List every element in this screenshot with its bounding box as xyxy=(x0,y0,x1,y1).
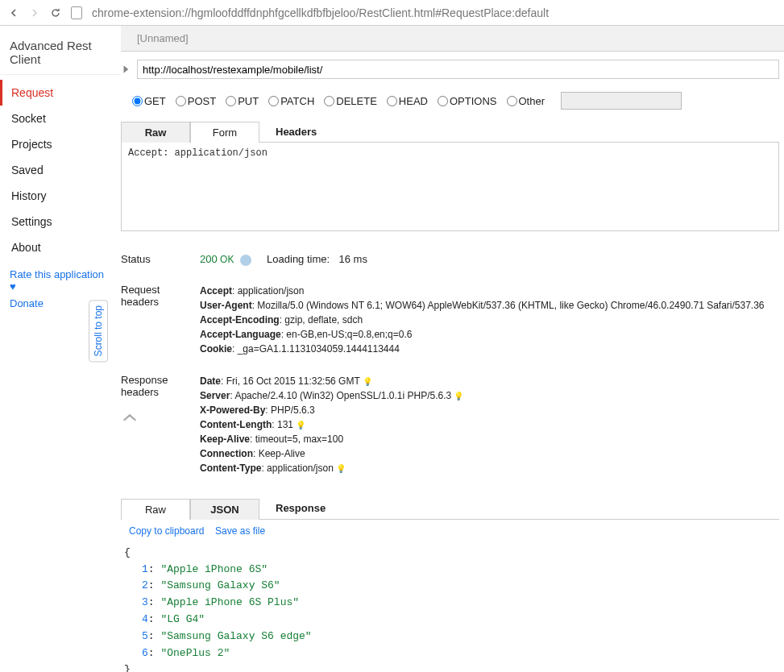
browser-toolbar xyxy=(0,0,784,26)
status-text: OK xyxy=(220,254,234,265)
help-icon[interactable] xyxy=(240,255,251,266)
sidebar-item-request[interactable]: Request xyxy=(0,80,121,106)
reload-button[interactable] xyxy=(47,4,64,22)
sidebar-item-socket[interactable]: Socket xyxy=(0,106,121,131)
response-tabs: Raw JSON Response xyxy=(121,498,779,520)
status-code: 200 xyxy=(200,253,218,265)
save-as-file-link[interactable]: Save as file xyxy=(215,525,265,537)
response-headers-block: Date: Fri, 16 Oct 2015 11:32:56 GMT💡 Ser… xyxy=(200,374,779,475)
method-get-radio[interactable] xyxy=(132,96,143,106)
status-label: Status xyxy=(121,253,200,266)
method-patch-label: PATCH xyxy=(280,95,314,107)
bulb-icon: 💡 xyxy=(336,464,346,473)
http-method-row: GET POST PUT PATCH DELETE HEAD OPTIONS O… xyxy=(121,87,779,118)
tab-raw[interactable]: Raw xyxy=(121,122,190,143)
heart-icon: ♥ xyxy=(10,280,16,292)
headers-label: Headers xyxy=(276,126,317,138)
bulb-icon: 💡 xyxy=(296,421,305,429)
resp-tab-json[interactable]: JSON xyxy=(190,499,259,520)
method-head-radio[interactable] xyxy=(387,96,397,106)
response-label: Response xyxy=(276,502,326,514)
method-put-radio[interactable] xyxy=(226,96,236,106)
copy-to-clipboard-link[interactable]: Copy to clipboard xyxy=(129,525,204,537)
bulb-icon: 💡 xyxy=(454,392,463,400)
method-other-label: Other xyxy=(519,95,545,107)
method-other-input[interactable] xyxy=(561,92,682,110)
method-options-label: OPTIONS xyxy=(450,95,497,107)
method-get-label: GET xyxy=(144,95,166,107)
expand-icon[interactable] xyxy=(121,64,132,75)
json-response-body: { 1: "Apple iPhone 6S" 2: "Samsung Galax… xyxy=(121,541,779,672)
sidebar-item-about[interactable]: About xyxy=(0,234,121,260)
tab-unnamed[interactable]: [Unnamed] xyxy=(137,32,189,44)
app-title: Advanced Rest Client xyxy=(0,34,121,75)
request-headers-block: Accept: application/json User-Agent: Moz… xyxy=(200,284,779,356)
request-headers-label: Request headers xyxy=(121,284,200,356)
main-content: [Unnamed] GET POST PUT PATCH DELETE HEAD… xyxy=(121,26,784,672)
sidebar-item-history[interactable]: History xyxy=(0,183,121,209)
method-delete-radio[interactable] xyxy=(324,96,334,106)
resp-tab-raw[interactable]: Raw xyxy=(121,499,190,520)
header-tabs: Raw Form Headers xyxy=(121,121,779,143)
tab-bar: [Unnamed] xyxy=(121,26,784,52)
method-other-radio[interactable] xyxy=(507,96,517,106)
collapse-icon[interactable] xyxy=(121,411,200,428)
loading-time-value: 16 ms xyxy=(338,253,367,265)
method-put-label: PUT xyxy=(238,95,259,107)
rate-link[interactable]: Rate this application ♥ xyxy=(10,268,111,292)
forward-button[interactable] xyxy=(26,4,44,22)
method-options-radio[interactable] xyxy=(438,96,448,106)
address-bar[interactable] xyxy=(89,2,779,23)
method-head-label: HEAD xyxy=(399,95,428,107)
scroll-to-top-button[interactable]: Scroll to top xyxy=(89,300,108,362)
sidebar-item-settings[interactable]: Settings xyxy=(0,209,121,234)
loading-time-label: Loading time: xyxy=(267,253,330,265)
back-button[interactable] xyxy=(5,4,23,22)
sidebar-item-saved[interactable]: Saved xyxy=(0,157,121,183)
method-post-label: POST xyxy=(188,95,216,107)
page-icon xyxy=(71,6,82,19)
bulb-icon: 💡 xyxy=(363,377,372,386)
response-headers-label: Response headers xyxy=(121,374,200,398)
method-delete-label: DELETE xyxy=(336,95,377,107)
request-url-input[interactable] xyxy=(137,60,779,79)
tab-form[interactable]: Form xyxy=(190,122,259,143)
method-post-radio[interactable] xyxy=(176,96,186,106)
sidebar-item-projects[interactable]: Projects xyxy=(0,131,121,157)
method-patch-radio[interactable] xyxy=(268,96,279,106)
headers-textarea[interactable]: Accept: application/json xyxy=(121,143,779,231)
